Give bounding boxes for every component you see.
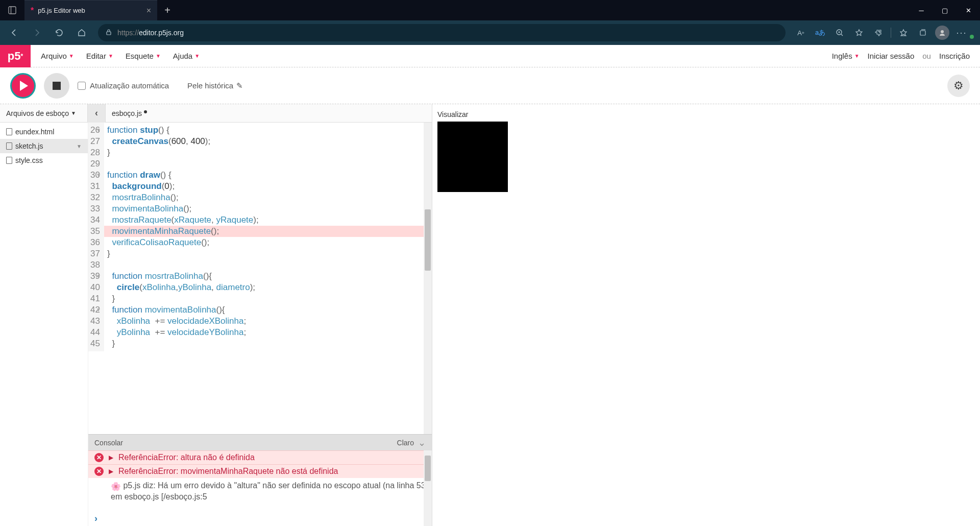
svg-line-4 [841,34,843,36]
more-button[interactable]: ··· [952,22,971,43]
lang-dropdown[interactable]: Inglês▼ [832,52,860,60]
collections-icon[interactable] [914,22,932,43]
file-icon [6,142,12,150]
menu-help[interactable]: Ajuda▼ [173,52,200,60]
files-dropdown[interactable]: Arquivos de esboço ▼ [0,109,82,117]
url-text: https://editor.p5js.org [117,29,184,37]
file-item[interactable]: eundex.html [0,125,88,139]
new-tab-button[interactable]: + [157,0,178,20]
auto-update-checkbox[interactable] [78,82,86,90]
tab-title: p5.js Editor web [38,7,142,14]
window-maximize[interactable]: ▢ [933,0,957,20]
unsaved-dot [144,110,147,113]
file-item[interactable]: sketch.js▼ [0,139,88,153]
console-scrollbar[interactable] [424,450,432,526]
home-button[interactable] [71,22,92,43]
login-link[interactable]: Iniciar sessão [868,52,915,60]
status-dot [970,35,974,39]
profile-button[interactable] [933,22,951,43]
stop-button[interactable] [44,73,69,99]
close-tab-icon[interactable]: × [146,6,151,15]
app-toolbar: Atualização automática Pele histórica ✎ … [0,67,980,104]
or-label: ou [922,52,931,60]
flower-icon: 🌸 [111,481,121,491]
browser-toolbar: https://editor.p5js.org A» aあ ··· [0,20,980,45]
error-icon: ✕ [94,453,104,462]
file-icon [6,157,12,164]
sketch-name[interactable]: Pele histórica ✎ [187,81,243,90]
forward-button [27,22,47,43]
menu-file[interactable]: Arquivo▼ [41,52,74,60]
collapse-sidebar-button[interactable]: ‹ [87,104,106,123]
console-error[interactable]: ✕▶ReferênciaError: movimentaMinhaRaquete… [88,464,432,478]
settings-button[interactable]: ⚙ [947,75,970,97]
window-close[interactable]: ✕ [957,0,980,20]
edit-icon[interactable]: ✎ [236,81,243,90]
play-button[interactable] [10,73,36,99]
svg-rect-2 [107,32,111,35]
refresh-button[interactable] [49,22,69,43]
menu-edit[interactable]: Editar▼ [86,52,113,60]
expand-icon[interactable]: ▶ [109,454,113,461]
zoom-icon[interactable] [830,22,849,43]
p5-logo[interactable]: p5* [0,45,31,67]
file-sidebar: eundex.htmlsketch.js▼style.css [0,123,88,526]
console-error[interactable]: ✕▶ReferênciaError: altura não é definida [88,450,432,464]
signup-link[interactable]: Inscrição [939,52,970,60]
editor-scrollbar[interactable] [424,123,432,434]
code-editor[interactable]: 26▼27282930▼313233343536373839▼404142▼43… [88,123,432,434]
address-bar[interactable]: https://editor.p5js.org [98,24,786,41]
favorite-icon[interactable] [850,22,868,43]
svg-rect-0 [9,7,16,14]
file-item[interactable]: style.css [0,153,88,168]
chevron-down-icon[interactable]: ⌄ [418,437,426,448]
tab-actions-button[interactable] [0,0,24,20]
p5-favicon: * [31,6,34,15]
window-minimize[interactable]: ─ [910,0,933,20]
file-icon [6,128,12,135]
menu-sketch[interactable]: Esquete▼ [126,52,161,60]
console-theme[interactable]: Claro [397,439,414,447]
console-message: 🌸 p5.js diz: Há um erro devido à "altura… [88,478,432,505]
auto-update-label: Atualização automática [90,81,169,90]
preview-canvas [437,122,508,192]
lock-icon [105,29,112,37]
expand-icon[interactable]: ▶ [109,468,113,475]
svg-rect-8 [920,31,925,35]
preview-label: Visualizar [437,108,980,121]
console-prompt[interactable]: › [94,513,97,524]
preview-panel: Visualizar [432,104,980,526]
translate-icon[interactable]: aあ [811,22,829,43]
back-button[interactable] [4,22,24,43]
favorites-bar-icon[interactable] [894,22,913,43]
error-icon: ✕ [94,467,104,476]
console-header: Consolar Claro ⌄ [88,434,432,450]
console-body: ✕▶ReferênciaError: altura não é definida… [88,450,432,526]
current-file-tab[interactable]: esboço.js [106,109,148,117]
browser-tab[interactable]: * p5.js Editor web × [24,0,157,20]
file-header: Arquivos de esboço ▼ ‹ esboço.js [0,104,432,123]
svg-point-10 [941,30,944,33]
extensions-icon[interactable] [869,22,888,43]
app-menubar: p5* Arquivo▼ Editar▼ Esquete▼ Ajuda▼ Ing… [0,45,980,67]
console-title: Consolar [94,439,123,447]
window-titlebar: * p5.js Editor web × + ─ ▢ ✕ [0,0,980,20]
reader-mode-icon[interactable]: A» [792,22,810,43]
